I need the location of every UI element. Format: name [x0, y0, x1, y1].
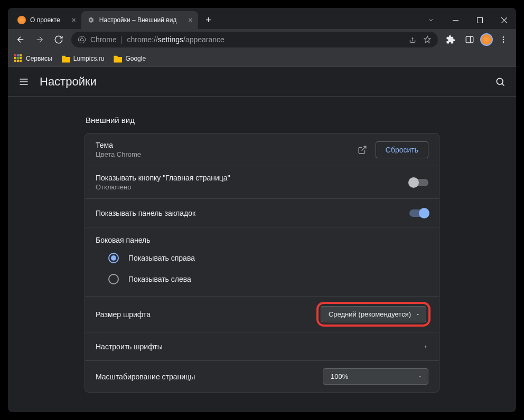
radio-icon [108, 253, 119, 263]
row-text: Тема Цвета Chrome [96, 141, 358, 158]
row-title: Тема [96, 141, 358, 149]
row-text: Масштабирование страницы [96, 373, 323, 381]
back-button[interactable] [12, 31, 29, 48]
bookmarks-bar: Сервисы Lumpics.ru Google [8, 50, 516, 67]
dropdown-value: Средний (рекомендуется) [329, 310, 411, 318]
bookmark-services[interactable]: Сервисы [14, 54, 52, 63]
settings-header: Настройки [8, 67, 516, 97]
bookmarks-bar-toggle[interactable] [409, 209, 428, 217]
row-title: Масштабирование страницы [96, 373, 323, 381]
row-title: Размер шрифта [96, 310, 319, 319]
font-size-dropdown[interactable]: Средний (рекомендуется) [321, 306, 426, 322]
gear-icon [87, 16, 95, 24]
page-title: Настройки [40, 75, 495, 89]
separator: | [121, 35, 123, 44]
settings-content: Внешний вид Тема Цвета Chrome Сбросить П… [8, 97, 516, 393]
side-panel-left-option[interactable]: Показывать слева [85, 269, 439, 290]
row-text: Настроить шрифты [96, 342, 423, 351]
svg-point-8 [503, 41, 504, 43]
address-actions [408, 35, 432, 44]
dropdown-arrow-icon [415, 312, 420, 317]
row-title: Показывать кнопку "Главная страница" [96, 174, 409, 182]
side-panel-button[interactable] [461, 31, 478, 48]
settings-card: Тема Цвета Chrome Сбросить Показывать кн… [85, 133, 439, 393]
svg-point-3 [80, 38, 83, 41]
svg-point-6 [503, 36, 504, 38]
tab-settings-appearance[interactable]: Настройки – Внешний вид × [81, 11, 198, 29]
address-prefix: Chrome [90, 35, 117, 44]
address-bar[interactable]: Chrome | chrome://settings/appearance [71, 32, 438, 47]
toolbar: Chrome | chrome://settings/appearance [8, 29, 516, 50]
search-button[interactable] [495, 77, 506, 87]
hamburger-menu-button[interactable] [18, 77, 29, 87]
section-title: Внешний вид [85, 109, 439, 133]
titlebar: О проекте × Настройки – Внешний вид × + [8, 8, 516, 29]
chevron-right-icon [423, 344, 428, 349]
row-subtitle: Отключено [96, 183, 409, 191]
row-text: Показывать панель закладок [96, 209, 409, 217]
forward-button[interactable] [31, 31, 48, 48]
side-panel-title: Боковая панель [85, 227, 439, 247]
page-zoom-dropdown[interactable]: 100% [323, 368, 428, 385]
row-subtitle: Цвета Chrome [96, 150, 358, 158]
folder-icon [114, 54, 122, 63]
folder-icon [62, 54, 70, 63]
tab-close-icon[interactable]: × [188, 16, 192, 24]
chrome-icon [78, 35, 86, 44]
svg-line-13 [502, 83, 504, 85]
row-title: Настроить шрифты [96, 342, 423, 351]
tab-title: Настройки – Внешний вид [99, 16, 177, 24]
appearance-section: Внешний вид Тема Цвета Chrome Сбросить П… [85, 109, 439, 393]
radio-icon [108, 274, 119, 284]
dropdown-arrow-icon [417, 374, 423, 379]
profile-avatar[interactable] [480, 33, 493, 46]
svg-rect-1 [477, 17, 482, 23]
open-external-icon[interactable] [358, 145, 367, 155]
new-tab-button[interactable]: + [201, 13, 216, 27]
address-url: chrome://settings/appearance [127, 35, 224, 44]
svg-point-7 [503, 39, 504, 41]
reset-theme-button[interactable]: Сбросить [376, 141, 428, 158]
highlight-annotation: Средний (рекомендуется) [319, 304, 428, 324]
svg-point-12 [497, 78, 503, 84]
window-controls [419, 11, 516, 29]
bookmarks-bar-row: Показывать панель закладок [85, 199, 439, 227]
extensions-button[interactable] [442, 31, 459, 48]
minimize-button[interactable] [443, 11, 467, 29]
svg-rect-0 [453, 20, 458, 21]
bookmark-star-icon[interactable] [423, 35, 432, 44]
tab-close-icon[interactable]: × [72, 16, 76, 24]
tab-about-project[interactable]: О проекте × [12, 11, 81, 29]
dropdown-value: 100% [331, 373, 348, 380]
side-panel-group: Боковая панель Показывать справа Показыв… [85, 227, 439, 297]
side-panel-right-option[interactable]: Показывать справа [85, 247, 439, 269]
bookmark-google[interactable]: Google [114, 54, 146, 63]
radio-label: Показывать слева [128, 275, 191, 283]
svg-rect-4 [466, 36, 473, 43]
tab-strip: О проекте × Настройки – Внешний вид × + [8, 8, 419, 29]
radio-label: Показывать справа [128, 254, 195, 262]
tab-title: О проекте [30, 16, 60, 24]
close-button[interactable] [492, 11, 516, 29]
home-button-toggle[interactable] [409, 179, 428, 186]
maximize-button[interactable] [467, 11, 492, 29]
page-zoom-row: Масштабирование страницы 100% [85, 361, 439, 392]
share-icon[interactable] [408, 35, 417, 44]
reload-button[interactable] [50, 31, 67, 48]
menu-button[interactable] [495, 31, 512, 48]
bookmark-lumpics[interactable]: Lumpics.ru [62, 54, 105, 63]
home-button-row: Показывать кнопку "Главная страница" Отк… [85, 166, 439, 199]
customize-fonts-row[interactable]: Настроить шрифты [85, 332, 439, 361]
browser-window: О проекте × Настройки – Внешний вид × + [8, 8, 516, 412]
font-size-row: Размер шрифта Средний (рекомендуется) [85, 297, 439, 332]
chevron-down-icon[interactable] [419, 11, 443, 29]
row-title: Показывать панель закладок [96, 209, 409, 217]
apps-grid-icon [14, 54, 23, 63]
row-text: Размер шрифта [96, 310, 319, 319]
row-text: Показывать кнопку "Главная страница" Отк… [96, 174, 409, 191]
theme-row: Тема Цвета Chrome Сбросить [85, 133, 439, 166]
tab-favicon-icon [17, 16, 26, 24]
